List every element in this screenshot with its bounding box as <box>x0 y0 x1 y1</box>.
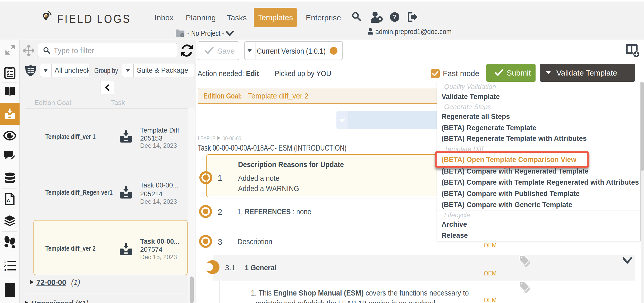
svg-text:1: 1 <box>4 259 6 264</box>
svg-text:2: 2 <box>4 264 6 268</box>
svg-text:3: 3 <box>4 268 6 271</box>
svg-text:A: A <box>7 198 10 203</box>
svg-text:?: ? <box>393 13 396 21</box>
